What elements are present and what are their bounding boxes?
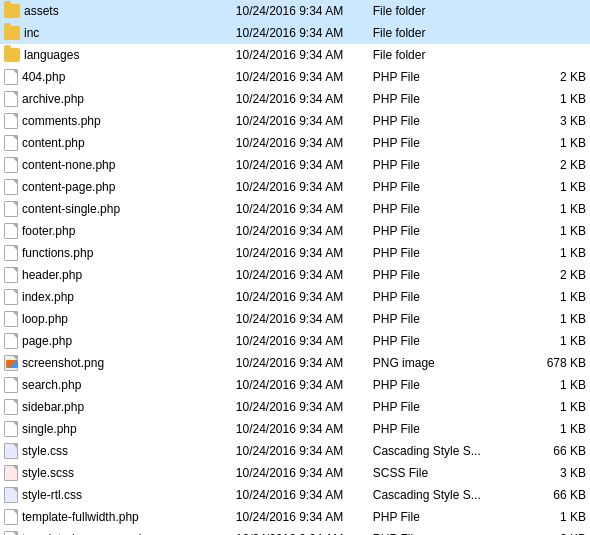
file-size bbox=[516, 44, 590, 66]
file-name: style-rtl.css bbox=[22, 488, 82, 502]
file-name-cell: footer.php bbox=[0, 220, 232, 242]
file-date: 10/24/2016 9:34 AM bbox=[232, 154, 369, 176]
file-size: 2 KB bbox=[516, 154, 590, 176]
file-type: Cascading Style S... bbox=[369, 440, 517, 462]
php-icon bbox=[4, 223, 18, 239]
php-icon bbox=[4, 91, 18, 107]
php-icon bbox=[4, 245, 18, 261]
table-row[interactable]: 404.php10/24/2016 9:34 AMPHP File2 KB bbox=[0, 66, 590, 88]
file-name-cell: style-rtl.css bbox=[0, 484, 232, 506]
table-row[interactable]: content.php10/24/2016 9:34 AMPHP File1 K… bbox=[0, 132, 590, 154]
file-type: PHP File bbox=[369, 264, 517, 286]
file-name: page.php bbox=[22, 334, 72, 348]
file-name: functions.php bbox=[22, 246, 93, 260]
table-row[interactable]: footer.php10/24/2016 9:34 AMPHP File1 KB bbox=[0, 220, 590, 242]
file-size: 3 KB bbox=[516, 110, 590, 132]
table-row[interactable]: style-rtl.css10/24/2016 9:34 AMCascading… bbox=[0, 484, 590, 506]
file-type: PHP File bbox=[369, 396, 517, 418]
table-row[interactable]: search.php10/24/2016 9:34 AMPHP File1 KB bbox=[0, 374, 590, 396]
file-name-cell: search.php bbox=[0, 374, 232, 396]
file-name: style.css bbox=[22, 444, 68, 458]
file-size: 1 KB bbox=[516, 418, 590, 440]
table-row[interactable]: style.css10/24/2016 9:34 AMCascading Sty… bbox=[0, 440, 590, 462]
file-name: 404.php bbox=[22, 70, 65, 84]
file-type: PHP File bbox=[369, 88, 517, 110]
file-name-cell: loop.php bbox=[0, 308, 232, 330]
file-size: 66 KB bbox=[516, 484, 590, 506]
table-row[interactable]: inc10/24/2016 9:34 AMFile folder bbox=[0, 22, 590, 44]
table-row[interactable]: comments.php10/24/2016 9:34 AMPHP File3 … bbox=[0, 110, 590, 132]
file-type: SCSS File bbox=[369, 462, 517, 484]
file-size: 1 KB bbox=[516, 220, 590, 242]
file-type: PHP File bbox=[369, 374, 517, 396]
file-size: 1 KB bbox=[516, 374, 590, 396]
file-date: 10/24/2016 9:34 AM bbox=[232, 484, 369, 506]
table-row[interactable]: functions.php10/24/2016 9:34 AMPHP File1… bbox=[0, 242, 590, 264]
file-name-cell: single.php bbox=[0, 418, 232, 440]
file-size: 1 KB bbox=[516, 286, 590, 308]
table-row[interactable]: page.php10/24/2016 9:34 AMPHP File1 KB bbox=[0, 330, 590, 352]
file-name-cell: page.php bbox=[0, 330, 232, 352]
file-date: 10/24/2016 9:34 AM bbox=[232, 44, 369, 66]
php-icon bbox=[4, 399, 18, 415]
file-date: 10/24/2016 9:34 AM bbox=[232, 88, 369, 110]
file-type: PHP File bbox=[369, 286, 517, 308]
file-type: File folder bbox=[369, 22, 517, 44]
file-date: 10/24/2016 9:34 AM bbox=[232, 66, 369, 88]
scss-icon bbox=[4, 465, 18, 481]
php-icon bbox=[4, 113, 18, 129]
file-date: 10/24/2016 9:34 AM bbox=[232, 506, 369, 528]
file-type: PHP File bbox=[369, 198, 517, 220]
table-row[interactable]: sidebar.php10/24/2016 9:34 AMPHP File1 K… bbox=[0, 396, 590, 418]
php-icon bbox=[4, 267, 18, 283]
table-row[interactable]: screenshot.png10/24/2016 9:34 AMPNG imag… bbox=[0, 352, 590, 374]
file-size: 1 KB bbox=[516, 198, 590, 220]
table-row[interactable]: template-fullwidth.php10/24/2016 9:34 AM… bbox=[0, 506, 590, 528]
file-date: 10/24/2016 9:34 AM bbox=[232, 418, 369, 440]
file-date: 10/24/2016 9:34 AM bbox=[232, 374, 369, 396]
table-row[interactable]: assets10/24/2016 9:34 AMFile folder bbox=[0, 0, 590, 22]
file-type: PHP File bbox=[369, 528, 517, 535]
file-name: content-page.php bbox=[22, 180, 115, 194]
file-type: PHP File bbox=[369, 220, 517, 242]
file-name-cell: assets bbox=[0, 0, 232, 22]
php-icon bbox=[4, 69, 18, 85]
file-name-cell: style.css bbox=[0, 440, 232, 462]
file-name: search.php bbox=[22, 378, 81, 392]
file-type: File folder bbox=[369, 0, 517, 22]
file-date: 10/24/2016 9:34 AM bbox=[232, 198, 369, 220]
table-row[interactable]: index.php10/24/2016 9:34 AMPHP File1 KB bbox=[0, 286, 590, 308]
file-name: loop.php bbox=[22, 312, 68, 326]
table-row[interactable]: content-page.php10/24/2016 9:34 AMPHP Fi… bbox=[0, 176, 590, 198]
file-name-cell: template-homepage.php bbox=[0, 528, 232, 535]
png-icon bbox=[4, 355, 18, 371]
file-name-cell: sidebar.php bbox=[0, 396, 232, 418]
file-name: comments.php bbox=[22, 114, 101, 128]
folder-icon bbox=[4, 48, 20, 62]
file-date: 10/24/2016 9:34 AM bbox=[232, 0, 369, 22]
php-icon bbox=[4, 135, 18, 151]
file-name: screenshot.png bbox=[22, 356, 104, 370]
file-size: 1 KB bbox=[516, 242, 590, 264]
file-size bbox=[516, 0, 590, 22]
file-type: PHP File bbox=[369, 308, 517, 330]
file-name: assets bbox=[24, 4, 59, 18]
table-row[interactable]: single.php10/24/2016 9:34 AMPHP File1 KB bbox=[0, 418, 590, 440]
table-row[interactable]: archive.php10/24/2016 9:34 AMPHP File1 K… bbox=[0, 88, 590, 110]
table-row[interactable]: content-none.php10/24/2016 9:34 AMPHP Fi… bbox=[0, 154, 590, 176]
file-type: PHP File bbox=[369, 66, 517, 88]
file-name-cell: 404.php bbox=[0, 66, 232, 88]
file-type: PHP File bbox=[369, 330, 517, 352]
table-row[interactable]: template-homepage.php10/24/2016 9:34 AMP… bbox=[0, 528, 590, 535]
file-date: 10/24/2016 9:34 AM bbox=[232, 242, 369, 264]
file-type: PHP File bbox=[369, 154, 517, 176]
file-date: 10/24/2016 9:34 AM bbox=[232, 176, 369, 198]
table-row[interactable]: header.php10/24/2016 9:34 AMPHP File2 KB bbox=[0, 264, 590, 286]
file-size: 2 KB bbox=[516, 528, 590, 535]
file-name: index.php bbox=[22, 290, 74, 304]
table-row[interactable]: style.scss10/24/2016 9:34 AMSCSS File3 K… bbox=[0, 462, 590, 484]
table-row[interactable]: languages10/24/2016 9:34 AMFile folder bbox=[0, 44, 590, 66]
table-row[interactable]: loop.php10/24/2016 9:34 AMPHP File1 KB bbox=[0, 308, 590, 330]
table-row[interactable]: content-single.php10/24/2016 9:34 AMPHP … bbox=[0, 198, 590, 220]
file-date: 10/24/2016 9:34 AM bbox=[232, 110, 369, 132]
